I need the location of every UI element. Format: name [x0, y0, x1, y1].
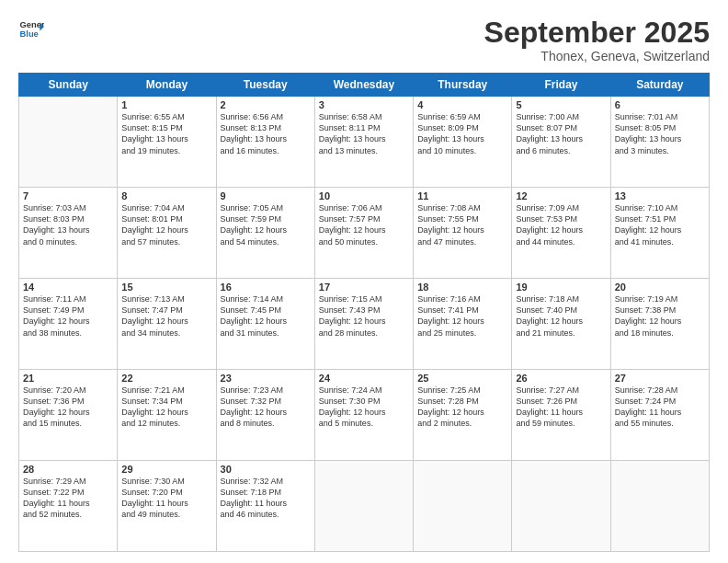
calendar-cell: 3Sunrise: 6:58 AM Sunset: 8:11 PM Daylig…: [314, 97, 413, 188]
cell-info: Sunrise: 6:56 AM Sunset: 8:13 PM Dayligh…: [221, 111, 311, 156]
weekday-header: Monday: [118, 74, 216, 97]
cell-info: Sunrise: 7:16 AM Sunset: 7:41 PM Dayligh…: [417, 293, 507, 339]
calendar-cell: 2Sunrise: 6:56 AM Sunset: 8:13 PM Daylig…: [216, 97, 314, 188]
day-number: 8: [121, 190, 211, 201]
calendar-cell: 12Sunrise: 7:09 AM Sunset: 7:53 PM Dayli…: [512, 188, 610, 279]
calendar-cell: 6Sunrise: 7:01 AM Sunset: 8:05 PM Daylig…: [610, 97, 709, 188]
day-number: 25: [417, 373, 507, 384]
weekday-header: Friday: [512, 74, 610, 97]
cell-info: Sunrise: 7:06 AM Sunset: 7:57 PM Dayligh…: [319, 202, 409, 247]
cell-info: Sunrise: 7:01 AM Sunset: 8:05 PM Dayligh…: [615, 111, 705, 156]
day-number: 10: [319, 190, 409, 201]
cell-info: Sunrise: 7:09 AM Sunset: 7:53 PM Dayligh…: [516, 202, 606, 247]
cell-info: Sunrise: 7:20 AM Sunset: 7:36 PM Dayligh…: [23, 385, 113, 430]
day-number: 29: [121, 464, 211, 475]
calendar-cell: 1Sunrise: 6:55 AM Sunset: 8:15 PM Daylig…: [118, 97, 216, 188]
cell-info: Sunrise: 7:19 AM Sunset: 7:38 PM Dayligh…: [615, 293, 705, 339]
day-number: 21: [23, 373, 113, 384]
header: General Blue September 2025 Thonex, Gene…: [18, 17, 710, 63]
cell-info: Sunrise: 7:18 AM Sunset: 7:40 PM Dayligh…: [516, 293, 606, 339]
calendar-cell: [610, 461, 709, 552]
calendar-table: SundayMondayTuesdayWednesdayThursdayFrid…: [18, 73, 710, 552]
calendar-body: 1Sunrise: 6:55 AM Sunset: 8:15 PM Daylig…: [19, 97, 710, 552]
day-number: 4: [417, 99, 507, 110]
day-number: 30: [221, 464, 311, 475]
day-number: 14: [23, 282, 113, 293]
day-number: 20: [615, 282, 705, 293]
cell-info: Sunrise: 6:59 AM Sunset: 8:09 PM Dayligh…: [417, 111, 507, 156]
calendar-header: SundayMondayTuesdayWednesdayThursdayFrid…: [19, 74, 710, 97]
calendar-cell: [414, 461, 512, 552]
day-number: 13: [615, 190, 705, 201]
day-number: 3: [319, 99, 409, 110]
calendar-cell: 10Sunrise: 7:06 AM Sunset: 7:57 PM Dayli…: [314, 188, 413, 279]
weekday-header: Saturday: [610, 74, 709, 97]
cell-info: Sunrise: 7:13 AM Sunset: 7:47 PM Dayligh…: [121, 293, 211, 339]
weekday-header: Sunday: [19, 74, 118, 97]
day-number: 6: [615, 99, 705, 110]
calendar-week-row: 7Sunrise: 7:03 AM Sunset: 8:03 PM Daylig…: [19, 188, 710, 279]
day-number: 16: [221, 282, 311, 293]
logo: General Blue: [18, 17, 44, 42]
cell-info: Sunrise: 7:32 AM Sunset: 7:18 PM Dayligh…: [221, 476, 311, 521]
calendar-cell: [19, 97, 118, 188]
month-title: September 2025: [484, 17, 710, 49]
cell-info: Sunrise: 7:30 AM Sunset: 7:20 PM Dayligh…: [121, 476, 211, 521]
calendar-cell: 24Sunrise: 7:24 AM Sunset: 7:30 PM Dayli…: [314, 370, 413, 461]
cell-info: Sunrise: 7:00 AM Sunset: 8:07 PM Dayligh…: [516, 111, 606, 156]
day-number: 9: [221, 190, 311, 201]
calendar-cell: 25Sunrise: 7:25 AM Sunset: 7:28 PM Dayli…: [414, 370, 512, 461]
calendar-cell: 30Sunrise: 7:32 AM Sunset: 7:18 PM Dayli…: [216, 461, 314, 552]
day-number: 28: [23, 464, 113, 475]
calendar-week-row: 28Sunrise: 7:29 AM Sunset: 7:22 PM Dayli…: [19, 461, 710, 552]
weekday-row: SundayMondayTuesdayWednesdayThursdayFrid…: [19, 74, 710, 97]
calendar-cell: 18Sunrise: 7:16 AM Sunset: 7:41 PM Dayli…: [414, 279, 512, 370]
cell-info: Sunrise: 7:15 AM Sunset: 7:43 PM Dayligh…: [319, 293, 409, 339]
day-number: 24: [319, 373, 409, 384]
day-number: 11: [417, 190, 507, 201]
day-number: 7: [23, 190, 113, 201]
cell-info: Sunrise: 7:28 AM Sunset: 7:24 PM Dayligh…: [615, 385, 705, 430]
location: Thonex, Geneva, Switzerland: [484, 49, 710, 63]
cell-info: Sunrise: 7:24 AM Sunset: 7:30 PM Dayligh…: [319, 385, 409, 430]
day-number: 18: [417, 282, 507, 293]
calendar-cell: 27Sunrise: 7:28 AM Sunset: 7:24 PM Dayli…: [610, 370, 709, 461]
day-number: 22: [121, 373, 211, 384]
calendar-cell: [512, 461, 610, 552]
title-block: September 2025 Thonex, Geneva, Switzerla…: [484, 17, 710, 63]
cell-info: Sunrise: 7:23 AM Sunset: 7:32 PM Dayligh…: [221, 385, 311, 430]
calendar-cell: 28Sunrise: 7:29 AM Sunset: 7:22 PM Dayli…: [19, 461, 118, 552]
cell-info: Sunrise: 6:58 AM Sunset: 8:11 PM Dayligh…: [319, 111, 409, 156]
calendar-cell: 17Sunrise: 7:15 AM Sunset: 7:43 PM Dayli…: [314, 279, 413, 370]
calendar-week-row: 1Sunrise: 6:55 AM Sunset: 8:15 PM Daylig…: [19, 97, 710, 188]
day-number: 19: [516, 282, 606, 293]
day-number: 12: [516, 190, 606, 201]
calendar-cell: 13Sunrise: 7:10 AM Sunset: 7:51 PM Dayli…: [610, 188, 709, 279]
calendar-week-row: 21Sunrise: 7:20 AM Sunset: 7:36 PM Dayli…: [19, 370, 710, 461]
day-number: 15: [121, 282, 211, 293]
cell-info: Sunrise: 7:14 AM Sunset: 7:45 PM Dayligh…: [221, 293, 311, 339]
calendar-week-row: 14Sunrise: 7:11 AM Sunset: 7:49 PM Dayli…: [19, 279, 710, 370]
calendar-cell: 8Sunrise: 7:04 AM Sunset: 8:01 PM Daylig…: [118, 188, 216, 279]
calendar-cell: 20Sunrise: 7:19 AM Sunset: 7:38 PM Dayli…: [610, 279, 709, 370]
day-number: 23: [221, 373, 311, 384]
day-number: 2: [221, 99, 311, 110]
calendar-cell: 7Sunrise: 7:03 AM Sunset: 8:03 PM Daylig…: [19, 188, 118, 279]
cell-info: Sunrise: 7:03 AM Sunset: 8:03 PM Dayligh…: [23, 202, 113, 247]
day-number: 27: [615, 373, 705, 384]
cell-info: Sunrise: 7:29 AM Sunset: 7:22 PM Dayligh…: [23, 476, 113, 521]
calendar-cell: 9Sunrise: 7:05 AM Sunset: 7:59 PM Daylig…: [216, 188, 314, 279]
day-number: 1: [121, 99, 211, 110]
weekday-header: Tuesday: [216, 74, 314, 97]
calendar-cell: 5Sunrise: 7:00 AM Sunset: 8:07 PM Daylig…: [512, 97, 610, 188]
cell-info: Sunrise: 7:05 AM Sunset: 7:59 PM Dayligh…: [221, 202, 311, 247]
day-number: 17: [319, 282, 409, 293]
calendar-cell: 19Sunrise: 7:18 AM Sunset: 7:40 PM Dayli…: [512, 279, 610, 370]
day-number: 26: [516, 373, 606, 384]
cell-info: Sunrise: 6:55 AM Sunset: 8:15 PM Dayligh…: [121, 111, 211, 156]
calendar-cell: 23Sunrise: 7:23 AM Sunset: 7:32 PM Dayli…: [216, 370, 314, 461]
calendar-cell: 4Sunrise: 6:59 AM Sunset: 8:09 PM Daylig…: [414, 97, 512, 188]
calendar-cell: 26Sunrise: 7:27 AM Sunset: 7:26 PM Dayli…: [512, 370, 610, 461]
calendar-cell: 16Sunrise: 7:14 AM Sunset: 7:45 PM Dayli…: [216, 279, 314, 370]
cell-info: Sunrise: 7:04 AM Sunset: 8:01 PM Dayligh…: [121, 202, 211, 247]
